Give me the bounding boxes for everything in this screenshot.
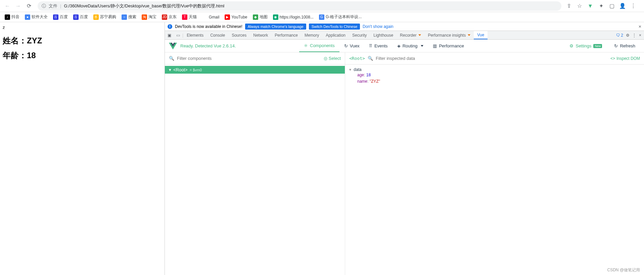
vue-devtools-header: Ready. Detected Vue 2.6.14. ⚛Components↻… — [165, 40, 644, 52]
devtools-tab-network[interactable]: Network — [250, 31, 271, 39]
nav-label: Refresh — [620, 43, 635, 48]
devtools-tab-recorder[interactable]: Recorder — [397, 31, 424, 39]
bookmark-icon: JD — [162, 14, 167, 20]
bookmark-icon: 百 — [73, 14, 79, 20]
bookmark-icon: M — [202, 14, 208, 20]
devtools-tab-security[interactable]: Security — [349, 31, 370, 39]
info-text: DevTools is now available in Chinese! — [175, 24, 242, 29]
data-section-header[interactable]: ▾ data — [349, 67, 640, 72]
info-icon: i — [168, 24, 172, 29]
data-property-row[interactable]: name: "ZYZ" — [349, 78, 640, 85]
bookmark-item[interactable]: ●软件大全 — [23, 13, 50, 21]
vue-nav-routing[interactable]: ◈Routing — [393, 40, 428, 52]
close-devtools-icon[interactable]: × — [639, 33, 641, 38]
filter-components-input[interactable] — [177, 56, 321, 61]
devtools-tab-performance[interactable]: Performance — [271, 31, 301, 39]
settings-icon: ⚙ — [569, 43, 573, 48]
back-button[interactable]: ← — [3, 1, 12, 11]
bookmark-item[interactable]: T天猫 — [180, 13, 199, 21]
bookmark-icon: ● — [25, 14, 30, 20]
bookmark-item[interactable]: ♪抖音 — [3, 13, 21, 21]
preview-icon — [468, 34, 470, 36]
inspect-dom-button[interactable]: <> Inspect DOM — [610, 56, 640, 61]
vue-nav-settings[interactable]: ⚙SettingsNew — [565, 43, 607, 48]
always-match-button[interactable]: Always match Chrome's language — [245, 24, 306, 30]
menu-icon[interactable]: ⋮ — [630, 3, 637, 9]
vue-nav-events[interactable]: ⠿Events — [364, 40, 393, 52]
prop-key: age — [357, 73, 364, 77]
bookmark-item[interactable]: GG-格子达本科毕设... — [317, 13, 364, 21]
data-property-row[interactable]: age: 18 — [349, 72, 640, 78]
chevron-down-icon: ▾ — [349, 67, 353, 72]
vue-nav-vuex[interactable]: ↻Vuex — [339, 40, 364, 52]
devtools-tab-sources[interactable]: Sources — [228, 31, 250, 39]
search-icon: 🔍 — [368, 56, 373, 61]
star-icon[interactable]: ☆ — [576, 3, 583, 9]
profile-icon[interactable]: 👤 — [619, 3, 626, 9]
devtools-tab-lighthouse[interactable]: Lighthouse — [370, 31, 397, 39]
reload-button[interactable]: ⟳ — [24, 1, 34, 11]
bookmark-item[interactable]: ▶YouTube — [223, 13, 249, 21]
close-icon[interactable]: × — [639, 24, 641, 29]
bookmark-label: 地图 — [260, 14, 268, 20]
prop-key: name — [357, 79, 367, 84]
bookmark-item[interactable]: 苏苏宁易购 — [91, 13, 118, 21]
vue-nav-components[interactable]: ⚛Components — [299, 40, 339, 52]
switch-chinese-button[interactable]: Switch DevTools to Chinese — [309, 24, 360, 30]
window-icon[interactable]: ▢ — [608, 3, 615, 9]
bookmark-label: 百度 — [60, 14, 68, 20]
bookmark-item[interactable]: 百百度 — [71, 13, 90, 21]
bookmark-item[interactable]: MGmail — [200, 13, 221, 21]
bookmark-item[interactable]: ◉https://login.1008... — [271, 13, 316, 21]
vue-nav-performance[interactable]: ▥Performance — [428, 40, 468, 52]
select-component-button[interactable]: ◎ Select — [324, 56, 341, 61]
devtools-tab-memory[interactable]: Memory — [301, 31, 322, 39]
bookmark-item[interactable]: JD京东 — [160, 13, 179, 21]
bookmark-icon: ◉ — [273, 14, 278, 20]
devtools-tab-performance-insights[interactable]: Performance insights — [424, 31, 474, 39]
vue-status-text: Ready. Detected Vue 2.6.14. — [180, 43, 236, 48]
code-icon: <> — [610, 56, 615, 61]
address-bar[interactable]: ⓘ 文件 | G:/360MoveData/Users/静小文/Desktop/… — [38, 1, 561, 11]
vue-ext-icon[interactable]: ▼ — [587, 3, 594, 9]
devtools-tab-console[interactable]: Console — [207, 31, 228, 39]
preview-icon — [418, 34, 421, 36]
age-heading: 年龄：18 — [3, 50, 162, 61]
dont-show-link[interactable]: Don't show again — [363, 24, 394, 29]
bookmark-icon: 百 — [53, 14, 58, 20]
bookmark-label: 淘宝 — [148, 14, 156, 20]
bookmark-item[interactable]: 百百度 — [51, 13, 70, 21]
vuex-icon: ↻ — [344, 43, 348, 48]
vue-components-tree-panel: 🔍 ◎ Select ▾ <Root> = $vm0 — [165, 52, 345, 275]
bookmark-item[interactable]: 淘淘宝 — [140, 13, 158, 21]
nav-label: Components — [310, 43, 335, 48]
bookmark-icon: G — [319, 14, 324, 20]
bookmark-icon: ○ — [122, 14, 127, 20]
settings-icon[interactable]: ⚙ — [626, 33, 630, 38]
devtools-tab-vue[interactable]: Vue — [474, 31, 488, 39]
bookmark-icon: 淘 — [142, 14, 147, 20]
devtools-tab-application[interactable]: Application — [322, 31, 349, 39]
bookmark-label: 京东 — [169, 14, 177, 20]
vue-nav-refresh[interactable]: ↻Refresh — [609, 43, 640, 48]
forward-button[interactable]: → — [13, 1, 23, 11]
bookmark-item[interactable]: ◆地图 — [251, 13, 270, 21]
devtools-panel: i DevTools is now available in Chinese! … — [165, 22, 644, 275]
issues-badge[interactable]: 🗨2 — [616, 33, 623, 38]
more-icon[interactable]: ⋮ — [632, 33, 636, 38]
component-tree-root[interactable]: ▾ <Root> = $vm0 — [165, 66, 345, 74]
share-icon[interactable]: ⇪ — [565, 3, 572, 9]
bookmark-icon: 苏 — [93, 14, 99, 20]
filter-inspected-input[interactable] — [376, 56, 608, 61]
prop-value: "ZYZ" — [370, 79, 380, 84]
refresh-icon: ↻ — [614, 43, 618, 48]
inspect-icon[interactable]: ▣ — [165, 31, 174, 40]
selected-component-name: <Root> — [349, 56, 365, 61]
nav-label: Vuex — [350, 43, 360, 48]
devtools-tab-elements[interactable]: Elements — [183, 31, 207, 39]
bookmark-item[interactable]: ○搜索 — [120, 13, 138, 21]
bookmark-icon: ♪ — [5, 14, 10, 20]
extensions-icon[interactable]: ✦ — [598, 3, 604, 9]
device-icon[interactable]: ▭ — [174, 31, 182, 40]
browser-toolbar: ← → ⟳ ⓘ 文件 | G:/360MoveData/Users/静小文/De… — [0, 0, 644, 12]
